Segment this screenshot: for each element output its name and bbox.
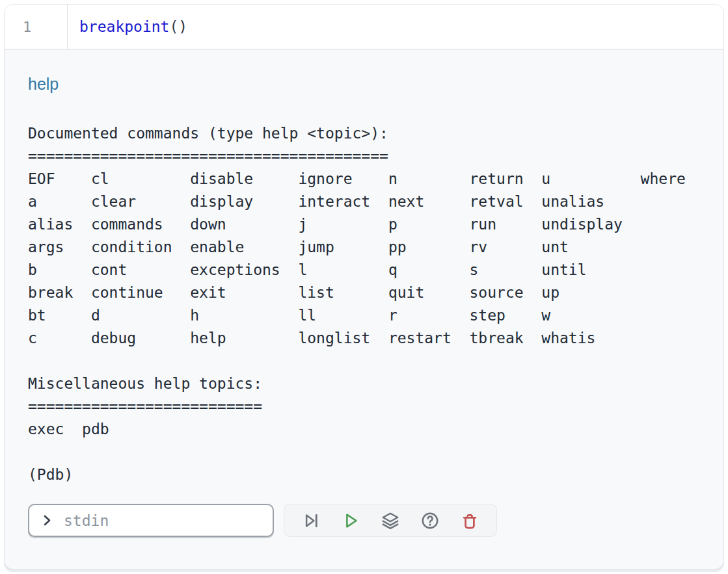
play-icon xyxy=(341,511,360,530)
line-number: 1 xyxy=(23,19,31,35)
debugger-panel: 1 breakpoint() help Documented commands … xyxy=(4,4,724,569)
stdin-row xyxy=(28,504,704,537)
help-circle-icon xyxy=(420,511,440,530)
toolbar xyxy=(284,504,497,537)
code-line[interactable]: breakpoint() xyxy=(68,5,723,49)
output-panel: help Documented commands (type help <top… xyxy=(5,50,723,537)
code-token-parens: () xyxy=(169,18,187,35)
line-number-gutter: 1 xyxy=(5,5,68,49)
pdb-output: Documented commands (type help <topic>):… xyxy=(28,122,704,486)
echoed-command: help xyxy=(28,75,704,94)
run-button[interactable] xyxy=(341,511,360,530)
trash-icon xyxy=(460,511,479,530)
stdin-box[interactable] xyxy=(28,504,274,537)
chevron-right-icon xyxy=(40,514,54,527)
layers-icon xyxy=(381,511,400,530)
code-editor: 1 breakpoint() xyxy=(5,5,723,50)
help-button[interactable] xyxy=(420,511,440,530)
delete-button[interactable] xyxy=(460,511,479,530)
layers-button[interactable] xyxy=(381,511,400,530)
step-next-button[interactable] xyxy=(301,511,321,530)
skip-next-icon xyxy=(301,511,321,530)
code-token-function: breakpoint xyxy=(79,18,169,35)
stdin-input[interactable] xyxy=(62,512,262,530)
